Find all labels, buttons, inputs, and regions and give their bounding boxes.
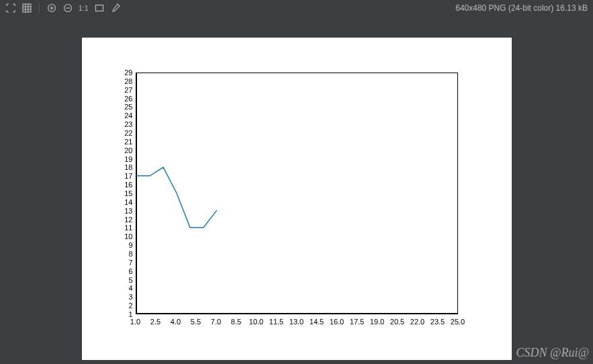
x-tick-label: 2.5 <box>150 318 161 326</box>
y-tick-label: 14 <box>114 198 133 206</box>
y-tick-label: 18 <box>114 164 133 171</box>
x-tick-label: 4.0 <box>171 318 181 326</box>
x-tick-label: 10.0 <box>249 318 263 326</box>
x-tick-label: 1.0 <box>130 318 140 326</box>
y-tick-label: 12 <box>114 216 133 223</box>
viewer-toolbar: 1:1 640x480 PNG (24-bit color) 16.13 kB <box>0 0 593 16</box>
x-tick-label: 19.0 <box>370 318 384 326</box>
x-tick-label: 16.0 <box>330 318 344 326</box>
fullscreen-icon[interactable] <box>5 3 16 13</box>
x-tick-label: 23.5 <box>430 318 445 326</box>
x-tick-label: 22.0 <box>410 318 424 326</box>
y-tick-label: 22 <box>114 130 133 137</box>
zoom-actual-size[interactable]: 1:1 <box>79 5 89 12</box>
image-info-status: 640x480 PNG (24-bit color) 16.13 kB <box>455 3 588 13</box>
y-tick-label: 29 <box>114 69 133 77</box>
y-tick-label: 27 <box>114 86 133 93</box>
x-tick-label: 20.5 <box>390 318 404 326</box>
x-tick-label: 14.5 <box>310 318 324 326</box>
x-tick-label: 7.0 <box>211 318 221 326</box>
y-tick-label: 8 <box>114 251 133 258</box>
y-tick-label: 25 <box>114 103 133 111</box>
y-tick-label: 26 <box>114 95 133 102</box>
y-tick-label: 10 <box>114 233 133 240</box>
line-series <box>136 167 217 228</box>
y-tick-label: 9 <box>114 242 133 249</box>
toolbar-divider <box>39 3 40 13</box>
x-tick-label: 17.5 <box>350 318 364 326</box>
x-tick-label: 8.5 <box>231 318 241 326</box>
y-tick-label: 24 <box>114 112 133 120</box>
svg-rect-0 <box>23 4 31 12</box>
y-tick-label: 11 <box>114 224 133 232</box>
y-tick-label: 19 <box>114 155 133 163</box>
y-tick-label: 28 <box>114 77 133 85</box>
zoom-in-icon[interactable] <box>46 3 57 13</box>
y-tick-label: 20 <box>114 146 133 154</box>
x-tick-label: 5.5 <box>191 318 201 326</box>
y-tick-label: 7 <box>114 259 133 266</box>
y-tick-label: 16 <box>114 181 133 189</box>
y-axis-ticks: 1234567891011121314151617181920212223242… <box>114 73 134 314</box>
y-tick-label: 23 <box>114 121 133 128</box>
y-tick-label: 2 <box>114 302 133 310</box>
chart-image: 1234567891011121314151617181920212223242… <box>82 38 512 360</box>
y-tick-label: 17 <box>114 173 133 180</box>
image-viewer-area: 1234567891011121314151617181920212223242… <box>0 16 593 364</box>
line-chart-svg <box>136 73 458 314</box>
y-tick-label: 5 <box>114 276 133 283</box>
toolbar-left-group: 1:1 <box>5 3 121 13</box>
y-tick-label: 6 <box>114 267 133 275</box>
plot-area <box>136 73 458 314</box>
y-tick-label: 4 <box>114 285 133 292</box>
y-tick-label: 3 <box>114 293 133 301</box>
y-tick-label: 15 <box>114 190 133 197</box>
y-tick-label: 1 <box>114 311 133 318</box>
x-axis-ticks: 1.02.54.05.57.08.510.011.513.014.516.017… <box>136 317 458 329</box>
fit-to-window-icon[interactable] <box>94 3 105 13</box>
y-tick-label: 21 <box>114 138 133 145</box>
zoom-out-icon[interactable] <box>62 3 73 13</box>
color-picker-icon[interactable] <box>110 3 121 13</box>
x-tick-label: 25.0 <box>451 318 465 326</box>
x-tick-label: 11.5 <box>269 318 283 326</box>
svg-rect-3 <box>95 5 103 11</box>
x-tick-label: 13.0 <box>289 318 304 326</box>
grid-icon[interactable] <box>21 3 32 13</box>
y-tick-label: 13 <box>114 207 133 214</box>
